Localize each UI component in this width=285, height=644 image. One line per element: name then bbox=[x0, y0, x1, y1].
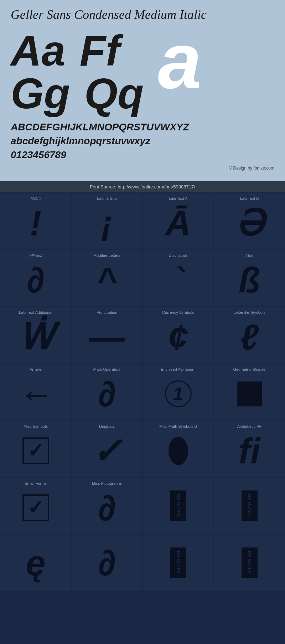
digits: 0123456789 bbox=[11, 148, 274, 162]
char-pair-qq: Qq bbox=[84, 72, 144, 115]
glyph-latinexta: Ā bbox=[165, 202, 191, 244]
cell-label-punctuation: Punctuation bbox=[73, 310, 140, 315]
glyph-grid: ASCII ! Latin 1 Sup ¡ Latin Ext A Ā Lati… bbox=[0, 192, 285, 591]
cell-ipaext: IPA Ext ∂ bbox=[0, 249, 71, 306]
cell-currency: Currency Symbols ¢ bbox=[142, 306, 214, 363]
char-pair-gg: Gg bbox=[11, 72, 70, 115]
checkbox-small: ✓ bbox=[22, 494, 49, 521]
glyph-currency: ¢ bbox=[168, 316, 188, 358]
cell-latin1sup: Latin 1 Sup ¡ bbox=[71, 192, 142, 249]
cell-label-arrows: Arrows bbox=[2, 367, 69, 372]
char-pair-aa: Aa bbox=[11, 29, 65, 72]
no-glyph-box-2: NO GLYPH bbox=[242, 490, 258, 521]
cell-label-miscpicto: Misc Pictographs bbox=[73, 481, 140, 485]
cell-latinexta: Latin Ext A Ā bbox=[142, 192, 214, 249]
glyph-noglyph2: NO GLYPH bbox=[242, 483, 258, 529]
cell-label-ipaext: IPA Ext bbox=[2, 253, 69, 258]
oval-shape bbox=[169, 437, 188, 465]
cell-bottom4: NO GLYPH bbox=[214, 534, 285, 591]
font-source-bar: Font Source: http://www.fontke.com/font/… bbox=[0, 181, 285, 192]
char-large-a: a bbox=[158, 26, 201, 96]
glyph-punctuation: — bbox=[89, 316, 125, 358]
enclosed-circle: 1 bbox=[165, 380, 192, 407]
copyright: © Design by fontke.com bbox=[11, 166, 274, 171]
glyph-latinextadd: Ẇ bbox=[18, 316, 53, 358]
cell-latinextadd: Latin Ext Additional Ẇ bbox=[0, 306, 71, 363]
glyph-smallforms: ✓ bbox=[22, 487, 49, 529]
cell-label-modletters: Modifier Letters bbox=[73, 253, 140, 258]
glyph-diacriticals: ` bbox=[172, 259, 184, 301]
glyph-geoshapes bbox=[237, 373, 262, 415]
cell-label-thai: Thai bbox=[216, 253, 283, 258]
specimen-row-1: Aa Ff bbox=[11, 29, 144, 72]
glyph-ascii: ! bbox=[30, 202, 41, 244]
cell-label-mathops: Math Operators bbox=[73, 367, 140, 372]
cell-punctuation: Punctuation — bbox=[71, 306, 142, 363]
cell-label-enclosednum: Enclosed Alphanum bbox=[145, 367, 212, 372]
alphabet-upper: ABCDEFGHIJKLMNOPQRSTUVWXYZ bbox=[11, 120, 274, 134]
header-section: Geller Sans Condensed Medium Italic Aa F… bbox=[0, 0, 285, 181]
cell-dingbats: Dingbats ✓ bbox=[71, 420, 142, 477]
cell-label-dingbats: Dingbats bbox=[73, 424, 140, 429]
char-pair-ff: Ff bbox=[79, 29, 120, 72]
cell-modletters: Modifier Letters ^ bbox=[71, 249, 142, 306]
glyph-noglyph1: NO GLYPH bbox=[170, 483, 186, 529]
glyph-latinextb: Ə bbox=[235, 202, 264, 244]
cell-alphabeticpf: Alphabetic PF ﬁ bbox=[214, 420, 285, 477]
cell-label-latinextadd: Latin Ext Additional bbox=[2, 310, 69, 315]
cell-thai: Thai ß bbox=[214, 249, 285, 306]
cell-noglyph2: NO GLYPH bbox=[214, 477, 285, 534]
glyph-enclosednum: 1 bbox=[165, 373, 192, 415]
glyph-mathops: ∂ bbox=[98, 373, 115, 415]
checkbox-symbol: ✓ bbox=[22, 437, 49, 464]
specimen-large: Aa Ff Gg Qq a bbox=[11, 29, 274, 115]
glyph-alphabeticpf: ﬁ bbox=[238, 430, 260, 472]
font-title: Geller Sans Condensed Medium Italic bbox=[11, 7, 274, 22]
cell-smallforms: Small Forms ✓ bbox=[0, 477, 71, 534]
glyph-bottom1: ę bbox=[26, 540, 46, 586]
glyph-modletters: ^ bbox=[97, 259, 116, 301]
no-glyph-box-1: NO GLYPH bbox=[170, 490, 186, 521]
cell-geoshapes: Geometric Shapes bbox=[214, 363, 285, 420]
specimen-chars-left: Aa Ff Gg Qq bbox=[11, 29, 144, 115]
cell-miscpicto: Misc Pictographs ∂ bbox=[71, 477, 142, 534]
cell-mathops: Math Operators ∂ bbox=[71, 363, 142, 420]
glyph-bottom4: NO GLYPH bbox=[242, 540, 258, 586]
glyph-bottom3: NO GLYPH bbox=[170, 540, 186, 586]
cell-label-letterlike: Letterlike Symbols bbox=[216, 310, 283, 315]
cell-label-latinextb: Latin Ext B bbox=[216, 196, 283, 201]
cell-label-miscmathb: Misc Math Symbols B bbox=[145, 424, 212, 429]
cell-bottom3: NO GLYPH bbox=[142, 534, 214, 591]
glyph-ipaext: ∂ bbox=[27, 259, 44, 301]
cell-label-ascii: ASCII bbox=[2, 196, 69, 201]
cell-label-latinexta: Latin Ext A bbox=[145, 196, 212, 201]
cell-noglyph1: NO GLYPH bbox=[142, 477, 214, 534]
cell-enclosednum: Enclosed Alphanum 1 bbox=[142, 363, 214, 420]
cell-diacriticals: Diacriticals ` bbox=[142, 249, 214, 306]
cell-label-alphabeticpf: Alphabetic PF bbox=[216, 424, 283, 429]
square-shape bbox=[237, 381, 262, 406]
glyph-miscmathb bbox=[169, 430, 188, 472]
cell-miscmathb: Misc Math Symbols B bbox=[142, 420, 214, 477]
cell-label-diacriticals: Diacriticals bbox=[145, 253, 212, 258]
glyph-letterlike: ℓ bbox=[240, 316, 259, 358]
cell-label-latin1sup: Latin 1 Sup bbox=[73, 196, 140, 201]
specimen-row-2: Gg Qq bbox=[11, 72, 144, 115]
cell-latinextb: Latin Ext B Ə bbox=[214, 192, 285, 249]
cell-letterlike: Letterlike Symbols ℓ bbox=[214, 306, 285, 363]
cell-label-miscsymbols: Misc Symbols bbox=[2, 424, 69, 429]
cell-label-smallforms: Small Forms bbox=[2, 481, 69, 485]
glyph-dingbats: ✓ bbox=[92, 430, 122, 472]
no-glyph-box-4: NO GLYPH bbox=[242, 547, 258, 578]
no-glyph-box-3: NO GLYPH bbox=[170, 547, 186, 578]
glyph-miscpicto: ∂ bbox=[98, 487, 115, 529]
cell-bottom2: ∂ bbox=[71, 534, 142, 591]
cell-miscsymbols: Misc Symbols ✓ bbox=[0, 420, 71, 477]
glyph-arrows: ← bbox=[18, 373, 53, 415]
glyph-bottom2: ∂ bbox=[98, 540, 115, 586]
alphabet-lower: abcdefghijklmnopqrstuvwxyz bbox=[11, 134, 274, 148]
cell-label-geoshapes: Geometric Shapes bbox=[216, 367, 283, 372]
cell-bottom1: ę bbox=[0, 534, 71, 591]
glyph-latin1sup: ¡ bbox=[101, 202, 113, 244]
glyph-miscsymbols: ✓ bbox=[22, 430, 49, 472]
